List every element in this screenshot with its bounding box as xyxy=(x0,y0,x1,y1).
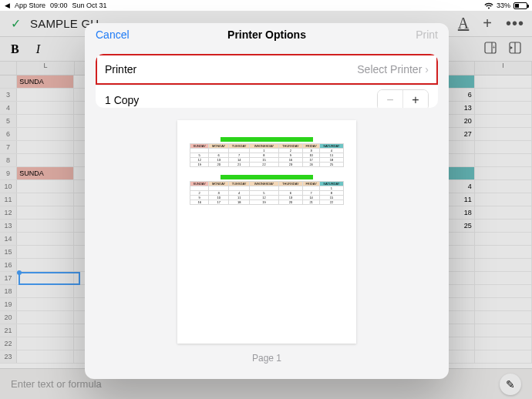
copies-label: 1 Copy xyxy=(105,94,139,106)
print-settings-list: Printer Select Printer › 1 Copy − + xyxy=(96,54,438,108)
print-preview-page[interactable]: SUNDAYMONDAYTUESDAYWEDNESDAYTHURSDAYFRID… xyxy=(177,120,356,344)
stepper-increment-button[interactable]: + xyxy=(403,90,428,108)
battery-icon xyxy=(513,2,527,9)
print-button: Print xyxy=(416,28,438,41)
copies-row: 1 Copy − + xyxy=(96,85,438,108)
printer-options-modal: Cancel Printer Options Print Printer Sel… xyxy=(85,23,449,379)
back-app-label[interactable]: App Store xyxy=(15,2,45,9)
copies-stepper[interactable]: − + xyxy=(377,89,429,108)
cancel-button[interactable]: Cancel xyxy=(96,28,130,41)
chevron-right-icon: › xyxy=(425,63,429,75)
print-preview-area[interactable]: SUNDAYMONDAYTUESDAYWEDNESDAYTHURSDAYFRID… xyxy=(85,108,449,379)
page-indicator: Page 1 xyxy=(252,353,281,364)
modal-title: Printer Options xyxy=(85,28,449,41)
stepper-decrement-button[interactable]: − xyxy=(378,90,402,108)
battery-pct: 33% xyxy=(497,2,510,9)
status-date: Sun Oct 31 xyxy=(72,2,107,9)
select-printer-row[interactable]: Printer Select Printer › xyxy=(96,54,438,85)
printer-value: Select Printer xyxy=(357,63,422,75)
wifi-icon xyxy=(484,2,493,9)
printer-label: Printer xyxy=(105,63,136,75)
back-caret-icon[interactable]: ◀ xyxy=(5,2,10,9)
status-time: 09:00 xyxy=(50,2,68,9)
status-bar: ◀ App Store 09:00 Sun Oct 31 33% xyxy=(0,0,532,11)
